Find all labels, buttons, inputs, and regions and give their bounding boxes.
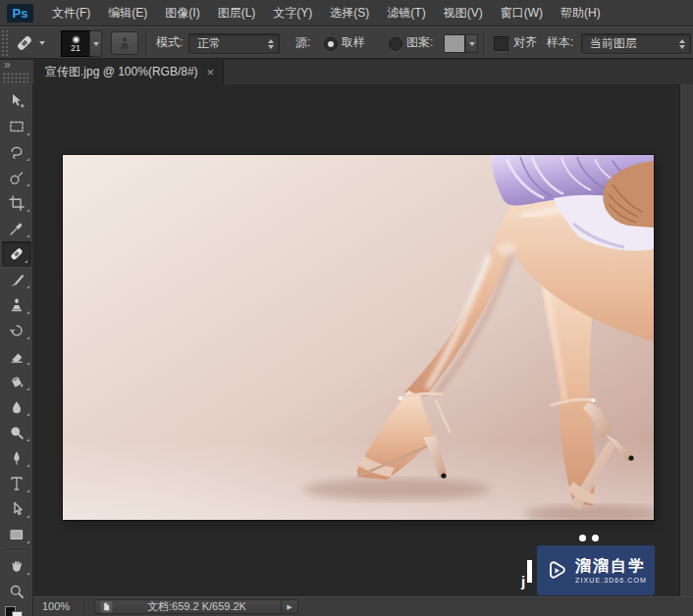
chevron-down-icon [469, 42, 475, 46]
pattern-swatch[interactable] [444, 34, 465, 53]
rectangular-marquee-tool[interactable] [0, 114, 33, 139]
tool-options-bar: 21 模式: 正常 源: 取样 图案: [0, 26, 693, 59]
clone-stamp-tool[interactable] [0, 292, 33, 318]
clone-source-panel-button[interactable] [111, 31, 138, 55]
healing-brush-icon [14, 32, 35, 54]
menu-window[interactable]: 窗口(W) [492, 0, 552, 26]
chevron-down-icon [93, 42, 99, 46]
menu-edit[interactable]: 编辑(E) [99, 0, 156, 26]
status-bar: 100% 文档:659.2 K/659.2K ▶ [33, 596, 693, 616]
source-sampled-radio[interactable] [324, 37, 338, 51]
healing-brush-tool[interactable] [2, 241, 31, 267]
updown-arrows-icon [679, 39, 686, 49]
sample-label: 样本: [547, 27, 573, 58]
canvas-pasteboard[interactable] [34, 84, 679, 596]
clone-stamp-icon [117, 35, 133, 51]
menu-image[interactable]: 图像(I) [156, 0, 208, 26]
rectangle-tool[interactable] [0, 522, 33, 547]
quick-selection-tool[interactable] [0, 165, 33, 190]
menu-help[interactable]: 帮助(H) [552, 0, 610, 26]
document-tab-title: 宣传图.jpg @ 100%(RGB/8#) [45, 64, 198, 80]
source-label: 源: [295, 27, 310, 58]
chevron-down-icon [39, 41, 45, 45]
legs-heels-photo [63, 155, 654, 520]
brush-tool[interactable] [0, 267, 33, 292]
close-icon[interactable]: × [207, 66, 215, 78]
watermark-text-fragment-bar [527, 560, 532, 583]
sample-select[interactable]: 当前图层 [581, 33, 691, 54]
photoshop-logo: Ps [7, 4, 33, 23]
crop-tool[interactable] [0, 190, 33, 216]
zoom-level-field[interactable]: 100% [42, 597, 70, 615]
background-color-swatch[interactable] [12, 611, 23, 616]
play-logo-icon [545, 556, 568, 586]
mode-select[interactable]: 正常 [188, 33, 280, 54]
photoshop-window: Ps 文件(F) 编辑(E) 图像(I) 图层(L) 文字(Y) 选择(S) 滤… [0, 0, 693, 616]
watermark-badge: 溜溜自学 zixue.3d66.com [537, 545, 655, 595]
paint-bucket-tool[interactable] [0, 369, 33, 394]
tools-panel-header: » [0, 60, 33, 84]
pattern-picker-dropdown[interactable] [465, 34, 478, 53]
history-brush-tool[interactable] [0, 318, 33, 343]
updown-arrows-icon [268, 39, 275, 49]
brush-picker-dropdown[interactable] [89, 30, 102, 57]
watermark-dot [579, 535, 586, 541]
mode-label: 模式: [156, 27, 183, 58]
eraser-tool[interactable] [0, 343, 33, 369]
aligned-label[interactable]: 对齐 [513, 27, 537, 58]
eyedropper-tool[interactable] [0, 216, 33, 241]
document-status-icon [100, 600, 113, 613]
watermark-site: zixue.3d66.com [575, 577, 647, 584]
pen-tool[interactable] [0, 445, 33, 471]
brush-size-value: 21 [71, 44, 80, 53]
path-selection-tool[interactable] [0, 496, 33, 522]
document-info-button[interactable]: 文档:659.2 K/659.2K ▶ [94, 599, 298, 614]
source-sampled-label[interactable]: 取样 [342, 27, 365, 58]
blur-tool[interactable] [0, 394, 33, 420]
menu-file[interactable]: 文件(F) [43, 0, 99, 26]
menu-select[interactable]: 选择(S) [321, 0, 378, 26]
panel-grip[interactable] [3, 73, 28, 83]
document-tab[interactable]: 宣传图.jpg @ 100%(RGB/8#) × [33, 60, 224, 84]
document-image[interactable] [63, 155, 654, 520]
brush-preset-preview[interactable]: 21 [61, 30, 90, 57]
move-tool[interactable] [0, 88, 33, 114]
tools-panel [0, 84, 33, 616]
scrollbar-track[interactable] [679, 84, 693, 596]
menu-layer[interactable]: 图层(L) [209, 0, 265, 26]
menu-bar: Ps 文件(F) 编辑(E) 图像(I) 图层(L) 文字(Y) 选择(S) 滤… [0, 0, 693, 26]
watermark-dot [592, 535, 599, 541]
watermark-text-fragment: j [521, 573, 525, 590]
panel-collapse-button[interactable]: » [4, 58, 10, 72]
hand-tool[interactable] [0, 553, 33, 579]
dodge-tool[interactable] [0, 420, 33, 445]
separator [84, 599, 86, 614]
tools-separator [5, 549, 27, 551]
document-size-info: 文档:659.2 K/659.2K [113, 599, 281, 614]
tool-preset-picker[interactable] [12, 30, 53, 55]
menu-view[interactable]: 视图(V) [435, 0, 492, 26]
menu-type[interactable]: 文字(Y) [264, 0, 321, 26]
watermark-brand: 溜溜自学 [575, 558, 647, 574]
options-bar-grip[interactable] [1, 29, 10, 56]
status-expand-arrow[interactable]: ▶ [281, 600, 297, 613]
type-tool[interactable] [0, 471, 33, 496]
source-pattern-label[interactable]: 图案: [406, 27, 433, 58]
separator [146, 30, 148, 56]
lasso-tool[interactable] [0, 139, 33, 165]
sample-value: 当前图层 [590, 35, 637, 52]
mode-value: 正常 [197, 35, 221, 52]
zoom-tool[interactable] [0, 579, 33, 604]
source-pattern-radio[interactable] [389, 37, 402, 51]
menu-filter[interactable]: 滤镜(T) [378, 0, 434, 26]
separator [484, 30, 486, 56]
aligned-checkbox[interactable] [494, 36, 508, 51]
